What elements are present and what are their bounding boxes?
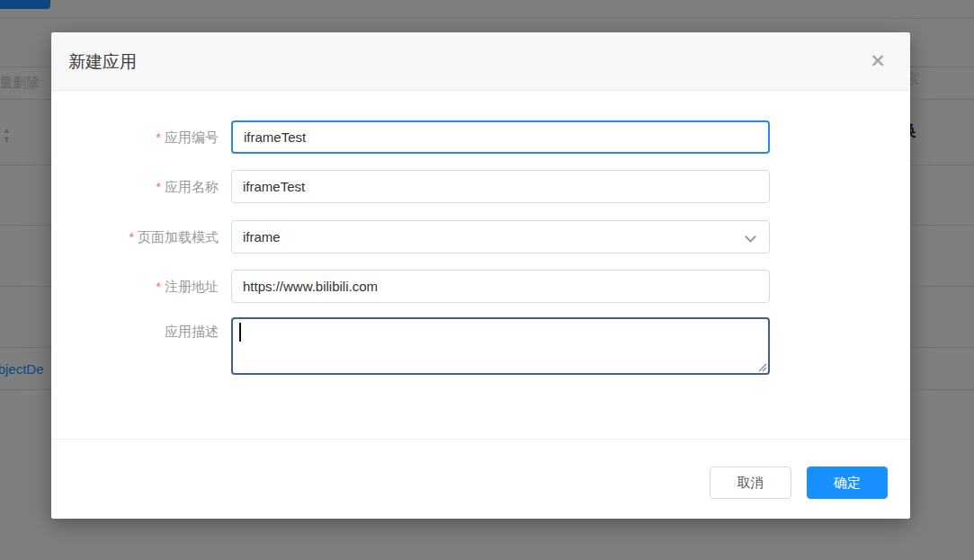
required-mark: * [130, 230, 134, 244]
required-mark: * [156, 180, 161, 194]
modal-footer: 取消 确定 [51, 439, 910, 519]
selected-option: iframe [243, 229, 281, 244]
modal-header: 新建应用 ✕ [51, 32, 910, 91]
close-icon[interactable]: ✕ [865, 49, 890, 74]
load-mode-select[interactable]: iframe [231, 220, 770, 253]
form-row-app-description: 应用描述 [51, 317, 910, 375]
text-caret [239, 323, 241, 342]
form-row-register-url: *注册地址 [51, 270, 910, 303]
new-application-modal: 新建应用 ✕ *应用编号 *应用名称 *页面加载模式 iframe [51, 32, 910, 519]
modal-title: 新建应用 [68, 32, 137, 91]
chevron-down-icon [745, 231, 756, 243]
form-row-load-mode: *页面加载模式 iframe [51, 220, 910, 253]
required-mark: * [156, 130, 161, 145]
resize-handle-icon[interactable] [757, 362, 767, 372]
field-label: *应用编号 [51, 120, 219, 155]
form-row-app-code: *应用编号 [51, 120, 910, 154]
app-code-input[interactable] [231, 120, 770, 154]
required-mark: * [156, 280, 161, 294]
field-label: *注册地址 [51, 270, 219, 304]
app-description-textarea[interactable] [231, 317, 770, 375]
cancel-button[interactable]: 取消 [710, 467, 791, 499]
field-label: *页面加载模式 [51, 220, 219, 254]
confirm-button[interactable]: 确定 [807, 467, 888, 499]
register-url-input[interactable] [231, 270, 770, 303]
form-row-app-name: *应用名称 [51, 170, 910, 203]
app-name-input[interactable] [231, 170, 770, 203]
field-label: *应用名称 [51, 170, 219, 204]
field-label: 应用描述 [51, 323, 219, 341]
